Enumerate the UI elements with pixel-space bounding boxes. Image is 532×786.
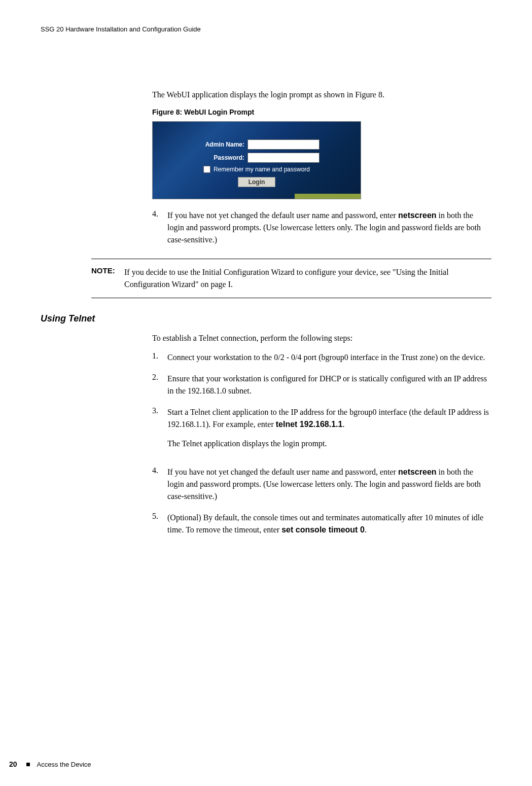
step-body: (Optional) By default, the console times… [167, 512, 491, 536]
step-number: 1. [152, 351, 167, 364]
admin-name-input[interactable] [247, 139, 320, 150]
section-heading: Using Telnet [41, 313, 491, 324]
admin-name-label: Admin Name: [194, 141, 247, 148]
note-label: NOTE: [91, 266, 124, 291]
login-button[interactable]: Login [238, 177, 276, 187]
telnet-intro: To establish a Telnet connection, perfor… [152, 332, 491, 344]
page-header: SSG 20 Hardware Installation and Configu… [41, 25, 491, 33]
note-body: If you decide to use the Initial Configu… [124, 266, 491, 291]
step-number: 4. [152, 209, 167, 246]
password-input[interactable] [247, 153, 320, 163]
step-number: 4. [152, 466, 167, 503]
step-body: If you have not yet changed the default … [167, 209, 491, 246]
page-number: 20 [9, 760, 17, 768]
step-body: Start a Telnet client application to the… [167, 406, 491, 457]
intro-text: The WebUI application displays the login… [152, 89, 491, 101]
password-label: Password: [194, 154, 247, 161]
step-number: 3. [152, 406, 167, 457]
note-block: NOTE: If you decide to use the Initial C… [91, 259, 491, 298]
step-body: Connect your workstation to the 0/2 - 0/… [167, 351, 485, 364]
remember-checkbox[interactable] [203, 166, 210, 173]
footer-square-icon [26, 763, 30, 766]
step-number: 2. [152, 373, 167, 397]
remember-label: Remember my name and password [214, 166, 310, 173]
page-footer: 20 Access the Device [9, 760, 91, 768]
decorative-bar [295, 194, 361, 199]
footer-section-title: Access the Device [37, 761, 91, 768]
figure-caption: Figure 8: WebUI Login Prompt [152, 108, 491, 116]
login-prompt-screenshot: Admin Name: Password: Remember my name a… [152, 121, 361, 199]
step-number: 5. [152, 512, 167, 536]
step-body: If you have not yet changed the default … [167, 466, 491, 503]
step-body: Ensure that your workstation is configur… [167, 373, 491, 397]
sub-paragraph: The Telnet application displays the logi… [167, 438, 491, 450]
